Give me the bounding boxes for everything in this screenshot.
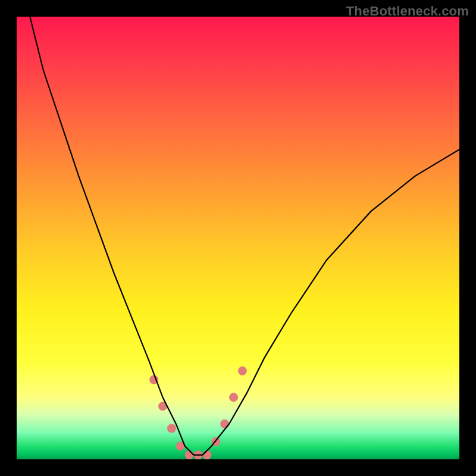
marker-dot: [185, 450, 194, 459]
chart-frame: TheBottleneck.com: [0, 0, 476, 476]
marker-dot: [238, 367, 247, 375]
marker-series: [149, 367, 247, 459]
marker-dot: [220, 419, 229, 428]
watermark-text: TheBottleneck.com: [346, 4, 469, 19]
plot-area: [17, 17, 459, 459]
marker-dot: [229, 393, 238, 402]
curve-layer: [17, 17, 459, 459]
bottleneck-curve: [30, 17, 459, 455]
marker-dot: [167, 424, 176, 433]
marker-dot: [202, 450, 211, 459]
